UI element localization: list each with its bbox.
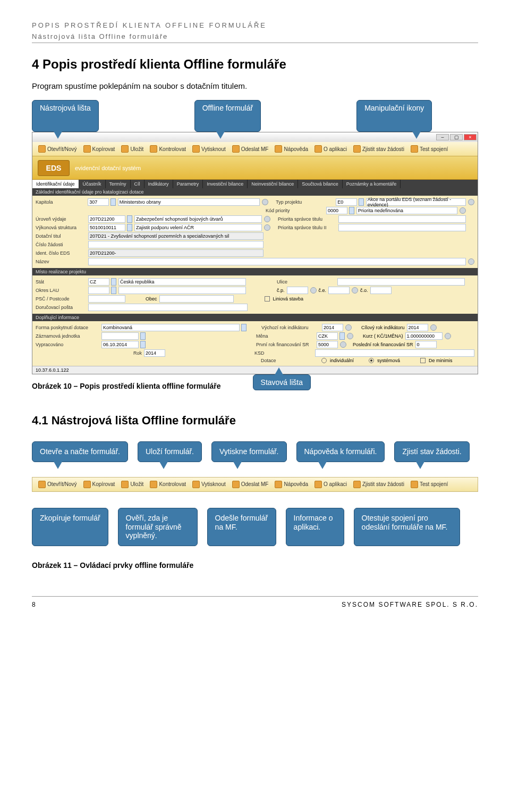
priorita1-field[interactable] [338,215,466,223]
info-icon[interactable] [262,199,268,205]
tab-neinvest[interactable]: Neinvestiční bilance [248,180,298,188]
zaznam-field[interactable] [101,332,139,340]
info-icon[interactable] [430,324,437,331]
co-field[interactable] [370,287,392,294]
print-button[interactable]: Vytisknout [190,144,228,154]
dropdown-icon[interactable] [127,215,132,223]
info-icon[interactable] [352,287,358,294]
check-button-2[interactable]: Kontrolovat [147,480,189,489]
dotace-radio-individual[interactable] [321,358,327,363]
tab-cil[interactable]: Cíl [131,180,144,188]
dropdown-icon[interactable] [359,198,364,206]
info-icon[interactable] [445,333,451,339]
okres-field[interactable] [88,287,109,294]
open-button[interactable]: Otevřít/Nový [36,144,80,154]
open-button-2[interactable]: Otevřít/Nový [36,480,80,489]
typ-field[interactable]: E0 [336,198,357,206]
ksd-field[interactable] [315,349,474,357]
save-button-2[interactable]: Uložit [118,480,146,489]
typ-text[interactable]: Akce na portálu EDS (seznam žádostí - ev… [366,198,466,206]
info-icon[interactable] [340,341,346,348]
tab-indikatory[interactable]: Indikátory [144,180,173,188]
save-button[interactable]: Uložit [118,144,146,154]
posledni-field[interactable]: 0 [415,341,437,348]
prvni-field[interactable]: 5000 [317,341,338,348]
forma-field[interactable]: Kombinovaná [101,324,240,331]
info-icon[interactable] [460,207,466,214]
info-icon[interactable] [310,287,317,294]
tab-souctova[interactable]: Součtová bilance [298,180,343,188]
check-button[interactable]: Kontrolovat [147,144,189,154]
cislo-field[interactable] [88,241,264,248]
test-button[interactable]: Test spojení [408,144,450,154]
kapitola-text[interactable]: Ministerstvo obrany [118,198,260,206]
send-icon [232,481,240,488]
copy-button-2[interactable]: Kopírovat [81,480,118,489]
vychozi-field[interactable]: 2014 [322,324,343,331]
info-icon[interactable] [468,258,474,265]
state-button-2[interactable]: Zjistit stav žádosti [351,480,407,489]
posta-field[interactable] [88,304,248,311]
info-icon[interactable] [264,216,270,222]
rok-field[interactable]: 2014 [144,349,165,357]
cilovy-field[interactable]: 2014 [407,324,428,331]
ce-field[interactable] [328,287,350,294]
tab-ident[interactable]: Identifikační údaje [32,180,79,188]
stat-text[interactable]: Česká republika [118,278,246,286]
calendar-icon[interactable] [140,341,146,348]
tab-parametry[interactable]: Parametry [173,180,203,188]
vykon-text[interactable]: Zajistit podporu velení AČR [134,224,262,231]
stat-field[interactable]: CZ [88,278,109,286]
dropdown-icon[interactable] [111,278,116,286]
help-button-2[interactable]: Nápověda [272,480,311,489]
dropdown-icon[interactable] [110,198,116,206]
send-button[interactable]: Odeslat MF [230,144,271,154]
vykon-field[interactable]: 5010010011 [88,224,125,231]
test-button-2[interactable]: Test spojení [408,480,450,489]
cp-field[interactable] [287,287,308,294]
minimize-button[interactable]: – [436,134,449,140]
dropdown-icon[interactable] [140,332,146,340]
dropdown-icon[interactable] [339,332,345,340]
obec-field[interactable] [159,295,234,303]
help-button[interactable]: Nápověda [272,144,311,154]
info-icon[interactable] [347,333,353,339]
dropdown-icon[interactable] [349,207,354,214]
state-button[interactable]: Zjistit stav žádosti [351,144,407,154]
dropdown-icon[interactable] [127,224,132,231]
deminimis-checkbox[interactable] [420,358,426,363]
tab-ucastnik[interactable]: Účastník [79,180,106,188]
vyprac-field[interactable]: 06.10.2014 [101,341,139,348]
copy-button[interactable]: Kopírovat [81,144,118,154]
info-icon[interactable] [468,199,474,205]
info-icon[interactable] [345,324,352,331]
info-icon[interactable] [264,224,270,231]
help-icon [275,481,282,488]
about-button-2[interactable]: O aplikaci [312,480,350,489]
maximize-button[interactable]: ▢ [450,134,463,140]
print-button-2[interactable]: Vytisknout [190,480,228,489]
kurz-field[interactable]: 1.000000000 [405,332,443,340]
uroven-field[interactable]: 207D21200 [88,215,125,223]
send-button-2[interactable]: Odeslat MF [230,480,271,489]
dropdown-icon[interactable] [241,324,246,331]
tab-terminy[interactable]: Termíny [106,180,131,188]
tab-invest[interactable]: Investiční bilance [203,180,248,188]
tab-poznamky[interactable]: Poznámky a komentáře [343,180,401,188]
priorita2-field[interactable] [338,224,466,231]
about-button[interactable]: O aplikaci [312,144,350,154]
dropdown-icon[interactable] [111,287,116,294]
uroven-text[interactable]: Zabezpečení schopností bojových útvarů [134,215,262,223]
liniova-checkbox[interactable] [265,296,270,302]
close-button[interactable]: × [464,134,477,140]
kod-field[interactable]: 0000 [326,207,347,214]
okres-text[interactable] [118,287,246,294]
mena-field[interactable]: CZK [317,332,338,340]
help-icon [275,145,282,153]
kod-text[interactable]: Priorita nedefinována [356,207,457,214]
kapitola-field[interactable]: 307 [88,198,109,206]
psc-field[interactable] [88,295,125,303]
nazev-field[interactable] [88,258,466,265]
ulice-field[interactable] [337,278,465,286]
dotace-radio-system[interactable] [369,358,374,363]
